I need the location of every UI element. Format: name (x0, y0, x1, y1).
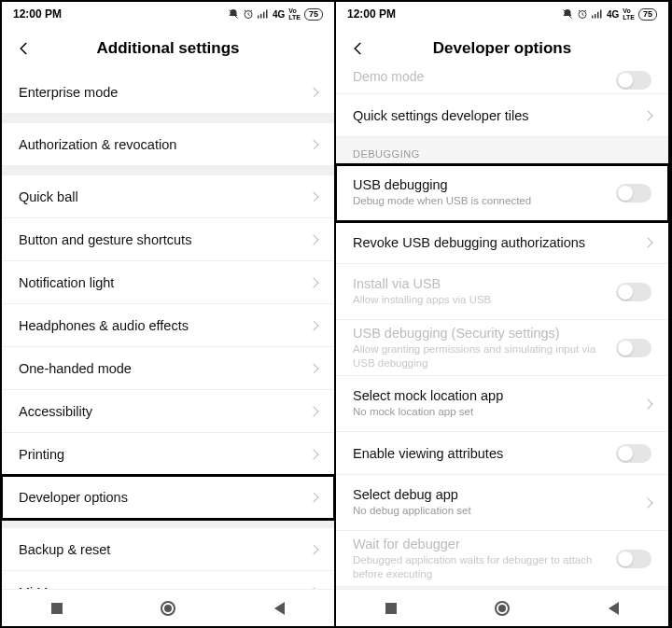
battery-indicator: 75 (638, 8, 657, 21)
chevron-right-icon (308, 492, 318, 502)
row-label: Quick settings developer tiles (353, 108, 644, 123)
row-subtext: Allow installing apps via USB (353, 293, 616, 306)
chevron-right-icon (308, 320, 318, 330)
row-label: Wait for debugger (353, 537, 616, 551)
row-notification-light[interactable]: Notification light (2, 261, 334, 304)
toggle-usb-security (616, 339, 651, 357)
row-backup-reset[interactable]: Backup & reset (2, 528, 334, 571)
row-label: Enable viewing attributes (353, 446, 616, 461)
row-developer-options[interactable]: Developer options (2, 476, 334, 519)
row-label: Printing (19, 447, 310, 462)
status-bar: 12:00 PM 4G VoLTE 75 (2, 2, 334, 26)
svg-rect-2 (258, 16, 259, 19)
row-demo-mode[interactable]: Demo mode (336, 71, 668, 94)
row-label: Revoke USB debugging authorizations (353, 235, 644, 250)
row-label: Developer options (19, 490, 310, 505)
row-label: Authorization & revocation (19, 137, 310, 152)
back-button[interactable] (347, 37, 370, 60)
navigation-bar (336, 589, 668, 626)
row-subtext: No debug application set (353, 504, 644, 517)
nav-back[interactable] (274, 602, 285, 615)
status-time: 12:00 PM (13, 7, 62, 21)
row-mi-mover[interactable]: Mi Mover (2, 571, 334, 589)
svg-rect-4 (263, 12, 265, 19)
settings-list[interactable]: Enterprise mode Authorization & revocati… (2, 71, 334, 589)
row-headphones-audio[interactable]: Headphones & audio effects (2, 304, 334, 347)
header: Additional settings (2, 26, 334, 71)
row-label: USB debugging (353, 177, 616, 192)
svg-rect-9 (595, 14, 596, 19)
dnd-icon (562, 8, 573, 20)
row-subtext: No mock location app set (353, 405, 644, 418)
row-label: Quick ball (19, 189, 310, 204)
page-title: Additional settings (97, 39, 240, 58)
nav-back[interactable] (609, 602, 619, 615)
row-label: Accessibility (19, 404, 310, 419)
nav-home[interactable] (495, 601, 510, 616)
chevron-right-icon (308, 191, 318, 202)
alarm-icon (243, 8, 254, 20)
status-icons: 4G VoLTE 75 (228, 7, 323, 21)
row-printing[interactable]: Printing (2, 433, 334, 476)
toggle-usb-debugging[interactable] (616, 184, 651, 202)
chevron-right-icon (308, 87, 318, 97)
status-icons: 4G VoLTE 75 (562, 7, 657, 21)
row-revoke-usb-auth[interactable]: Revoke USB debugging authorizations (336, 221, 668, 264)
chevron-right-icon (642, 237, 652, 247)
row-subtext: Debugged application waits for debugger … (353, 553, 616, 580)
row-label: Headphones & audio effects (19, 318, 310, 333)
battery-indicator: 75 (304, 8, 323, 21)
toggle-demo-mode[interactable] (616, 71, 651, 90)
svg-rect-8 (592, 16, 594, 19)
row-usb-debugging[interactable]: USB debugging Debug mode when USB is con… (336, 165, 668, 221)
row-quick-ball[interactable]: Quick ball (2, 175, 334, 218)
toggle-viewing-attributes[interactable] (616, 444, 651, 463)
row-authorization-revocation[interactable]: Authorization & revocation (2, 123, 334, 166)
navigation-bar (2, 589, 334, 626)
row-wait-for-debugger: Wait for debugger Debugged application w… (336, 531, 668, 587)
chevron-right-icon (308, 544, 318, 554)
nav-recents[interactable] (385, 603, 397, 614)
volte-label: VoLTE (288, 7, 301, 21)
status-time: 12:00 PM (347, 7, 396, 21)
back-button[interactable] (13, 37, 35, 60)
phone-left: 12:00 PM 4G VoLTE 75 Additional settings… (2, 2, 336, 626)
row-one-handed-mode[interactable]: One-handed mode (2, 347, 334, 390)
chevron-right-icon (308, 139, 318, 149)
toggle-wait-debugger (616, 550, 651, 568)
chevron-right-icon (308, 406, 318, 416)
row-button-gesture-shortcuts[interactable]: Button and gesture shortcuts (2, 218, 334, 261)
back-icon (16, 40, 33, 57)
dnd-icon (228, 8, 239, 20)
section-header-debugging: DEBUGGING (336, 137, 668, 165)
page-title: Developer options (433, 39, 571, 58)
svg-rect-3 (260, 14, 262, 19)
network-label: 4G (607, 9, 619, 20)
signal-icon (592, 9, 603, 19)
row-install-via-usb: Install via USB Allow installing apps vi… (336, 264, 668, 320)
nav-recents[interactable] (51, 603, 63, 614)
chevron-right-icon (308, 277, 318, 287)
row-label: Select debug app (353, 487, 644, 502)
row-label: Button and gesture shortcuts (19, 232, 310, 247)
network-label: 4G (273, 9, 285, 20)
row-quick-settings-tiles[interactable]: Quick settings developer tiles (336, 94, 668, 137)
row-subtext: Allow granting permissions and simulatin… (353, 342, 616, 370)
developer-list[interactable]: Demo mode Quick settings developer tiles… (336, 71, 668, 589)
svg-rect-10 (597, 12, 599, 19)
chevron-right-icon (642, 398, 652, 409)
row-mock-location[interactable]: Select mock location app No mock locatio… (336, 376, 668, 432)
row-label: One-handed mode (19, 361, 310, 376)
row-label: Backup & reset (19, 542, 310, 557)
svg-rect-11 (600, 10, 602, 19)
chevron-right-icon (308, 234, 318, 244)
row-viewing-attributes[interactable]: Enable viewing attributes (336, 432, 668, 475)
row-accessibility[interactable]: Accessibility (2, 390, 334, 433)
row-select-debug-app[interactable]: Select debug app No debug application se… (336, 475, 668, 531)
alarm-icon (577, 8, 588, 20)
back-icon (350, 40, 367, 57)
row-subtext: Debug mode when USB is connected (353, 194, 616, 207)
phone-right: 12:00 PM 4G VoLTE 75 Developer options D… (336, 2, 670, 626)
nav-home[interactable] (161, 601, 175, 616)
row-enterprise-mode[interactable]: Enterprise mode (2, 71, 334, 114)
